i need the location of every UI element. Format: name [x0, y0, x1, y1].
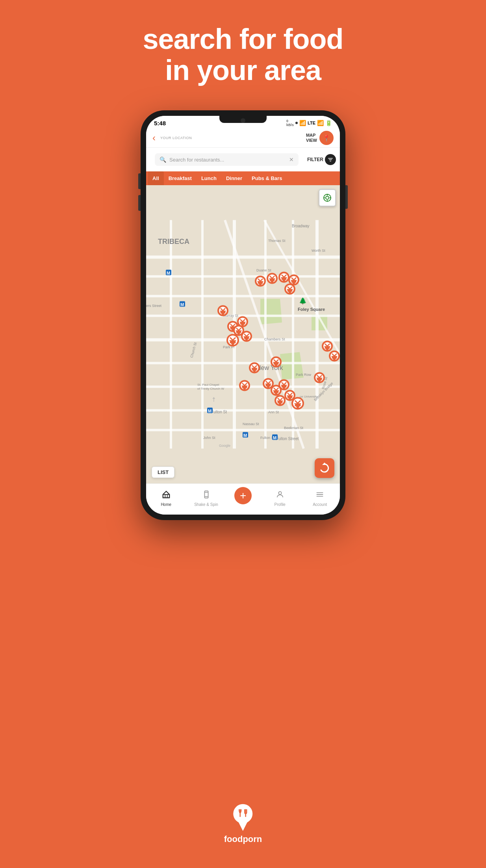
tab-lunch[interactable]: Lunch [197, 171, 221, 185]
svg-rect-7 [146, 256, 340, 259]
svg-text:Chambers St: Chambers St [264, 337, 285, 341]
map-view-label: MAPVIEW [306, 133, 317, 143]
hero-title-line1: search for food [0, 24, 486, 55]
vol-down-button [138, 195, 141, 211]
svg-point-177 [326, 196, 329, 199]
svg-text:M: M [180, 302, 184, 307]
nav-shake-spin[interactable]: Shake & Spin [194, 490, 218, 507]
location-section: YOUR LOCATION MAPVIEW 📍 [160, 131, 334, 145]
signal-dot [295, 122, 298, 124]
search-icon: 🔍 [160, 156, 166, 163]
status-time: 5:48 [154, 120, 166, 126]
svg-text:Google: Google [219, 444, 230, 448]
svg-rect-21 [315, 220, 319, 449]
filter-button[interactable]: FILTER [307, 154, 336, 165]
svg-rect-14 [146, 409, 340, 412]
phone-mockup: 5:48 0kB/s 📶 LTE 📶 🔋 ‹ YOU [141, 110, 345, 520]
nav-shake-label: Shake & Spin [194, 502, 218, 507]
search-bar[interactable]: 🔍 Search for restaurants... ✕ [155, 153, 299, 166]
list-button[interactable]: LIST [152, 467, 174, 478]
svg-text:Nassau St: Nassau St [243, 422, 259, 426]
nav-account-label: Account [313, 502, 327, 507]
home-icon [162, 490, 171, 501]
tab-dinner[interactable]: Dinner [221, 171, 247, 185]
svg-text:Beekman St: Beekman St [284, 426, 304, 430]
nav-account[interactable]: Account [308, 490, 332, 507]
svg-text:Fulton St: Fulton St [211, 410, 227, 414]
svg-text:of Trinity Church W: of Trinity Church W [197, 387, 224, 390]
location-center-button[interactable] [319, 189, 336, 206]
svg-rect-17 [201, 220, 204, 449]
add-button[interactable]: + [234, 487, 252, 504]
signal-bars-icon: 📶 [317, 120, 324, 126]
svg-rect-12 [146, 362, 340, 364]
nav-add[interactable]: + [234, 487, 252, 510]
filter-label: FILTER [307, 157, 323, 162]
svg-text:M: M [243, 433, 247, 438]
svg-rect-184 [163, 494, 169, 498]
svg-text:🌲: 🌲 [299, 297, 307, 305]
shake-spin-icon [202, 490, 211, 501]
logo-name: foodporn [224, 834, 262, 844]
your-location-label: YOUR LOCATION [160, 136, 192, 140]
svg-point-192 [234, 804, 253, 823]
svg-text:Fulton Street: Fulton Street [276, 437, 299, 441]
svg-text:M: M [208, 409, 211, 413]
svg-text:Duane St: Duane St [256, 268, 271, 272]
svg-text:†: † [212, 396, 215, 403]
refresh-button[interactable] [315, 458, 334, 478]
category-tabs: All Breakfast Lunch Dinner Pubs & Bars [146, 171, 340, 185]
map-area: TRIBECA Thomas St Duane St Chambers St W… [146, 185, 340, 483]
svg-text:Worth St: Worth St [312, 249, 325, 253]
map-svg: TRIBECA Thomas St Duane St Chambers St W… [146, 185, 340, 483]
svg-text:ce University: ce University [300, 395, 318, 398]
svg-rect-1 [329, 160, 332, 160]
svg-marker-183 [322, 463, 327, 465]
tab-all[interactable]: All [148, 171, 164, 185]
nav-profile[interactable]: Profile [268, 490, 292, 507]
svg-text:Ann St: Ann St [268, 410, 279, 414]
svg-text:John St: John St [203, 436, 215, 440]
svg-rect-15 [146, 429, 340, 431]
search-input[interactable]: Search for restaurants... [169, 157, 286, 163]
account-menu-icon [315, 490, 324, 501]
map-view-button[interactable]: MAPVIEW 📍 [306, 131, 334, 145]
nav-home-label: Home [161, 502, 171, 507]
svg-marker-4 [260, 299, 282, 325]
svg-marker-193 [238, 821, 248, 831]
nav-home[interactable]: Home [154, 490, 178, 507]
nav-bar: ‹ YOUR LOCATION MAPVIEW 📍 [146, 128, 340, 148]
map-pin-icon: 📍 [319, 131, 334, 145]
location-info: YOUR LOCATION [160, 136, 192, 140]
tab-breakfast[interactable]: Breakfast [164, 171, 197, 185]
profile-icon [276, 490, 284, 501]
svg-text:ers Street: ers Street [146, 304, 162, 308]
app-logo: foodporn [224, 803, 262, 844]
back-button[interactable]: ‹ [152, 132, 156, 143]
svg-point-188 [278, 492, 281, 494]
svg-text:St. Paul Chapel: St. Paul Chapel [197, 383, 219, 387]
hero-title: search for food in your area [0, 0, 486, 86]
bottom-nav: Home Shake & Spin + [146, 483, 340, 515]
svg-text:M: M [273, 435, 276, 440]
tab-pubs[interactable]: Pubs & Bars [247, 171, 287, 185]
svg-text:Thomas St: Thomas St [268, 239, 286, 243]
svg-text:M: M [167, 271, 170, 275]
svg-rect-9 [146, 295, 340, 297]
nav-profile-label: Profile [275, 502, 286, 507]
logo-svg [229, 803, 257, 831]
filter-icon [325, 154, 336, 165]
svg-text:Broadway: Broadway [292, 224, 309, 228]
svg-text:TRIBECA: TRIBECA [158, 238, 189, 245]
svg-rect-16 [170, 220, 172, 449]
vol-up-button [138, 173, 141, 189]
kb-indicator: 0kB/s [286, 119, 294, 127]
lte-label: LTE [308, 121, 315, 125]
svg-text:Foley Square: Foley Square [298, 307, 325, 312]
hero-title-line2: in your area [0, 55, 486, 86]
pin-icon: 📍 [323, 134, 330, 142]
clear-search-icon[interactable]: ✕ [289, 156, 294, 163]
svg-rect-0 [328, 158, 333, 159]
power-button [345, 185, 348, 209]
battery-icon: 🔋 [325, 120, 332, 126]
